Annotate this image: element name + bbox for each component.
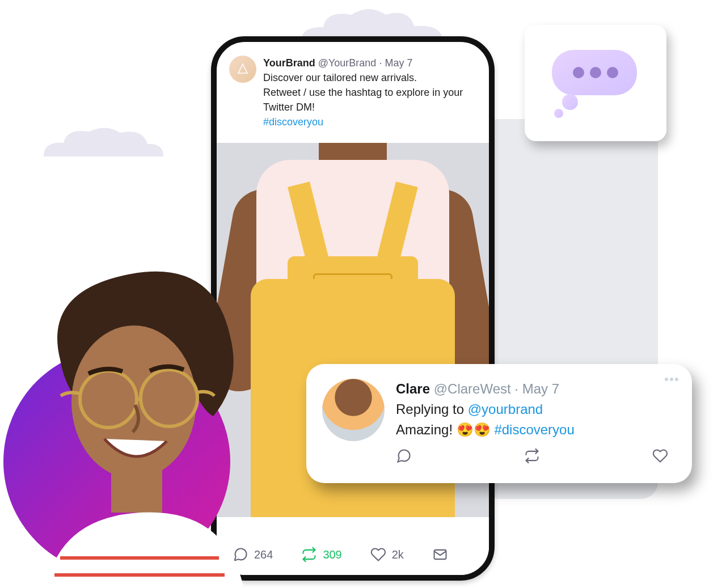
retweet-icon	[301, 547, 317, 562]
replying-to-line: Replying to @yourbrand	[396, 399, 676, 420]
svg-point-5	[554, 109, 563, 118]
dm-button[interactable]	[432, 547, 448, 562]
heart-icon	[370, 547, 386, 562]
phone-mockup: YourBrand @YourBrand · May 7 Discover ou…	[211, 36, 495, 581]
retweet-count: 309	[323, 548, 341, 561]
reply-icon[interactable]	[396, 448, 412, 464]
tweet-body-line: Retweet / use the hashtag to explore in …	[263, 85, 476, 115]
svg-point-2	[590, 67, 601, 78]
reply-tweet-card[interactable]: Clare @ClareWest · May 7 Replying to @yo…	[306, 364, 692, 483]
tweet-hashtag[interactable]: #discoveryou	[263, 116, 323, 128]
persona-photo	[3, 348, 230, 575]
reply-hashtag[interactable]: #discoveryou	[494, 422, 574, 437]
tweet-author-handle: @YourBrand	[318, 57, 377, 69]
retweet-button[interactable]: 309	[301, 547, 341, 562]
reply-author-name: Clare	[396, 381, 430, 396]
reply-author-handle: @ClareWest	[434, 381, 511, 396]
tweet-action-bar: 264 309 2k	[217, 534, 489, 575]
svg-point-1	[573, 67, 584, 78]
heart-icon[interactable]	[652, 448, 668, 464]
svg-point-3	[607, 67, 618, 78]
reply-date: May 7	[522, 381, 559, 396]
tweet-body-line: Discover our tailored new arrivals.	[263, 70, 476, 85]
tweet-header: YourBrand @YourBrand · May 7 Discover ou…	[217, 42, 489, 137]
tweet-author-line[interactable]: YourBrand @YourBrand · May 7	[263, 56, 476, 70]
svg-rect-10	[111, 467, 162, 513]
chat-bubble-card	[525, 25, 666, 141]
retweet-icon[interactable]	[524, 448, 540, 464]
tweet-date: May 7	[385, 57, 412, 69]
like-button[interactable]: 2k	[370, 547, 404, 562]
reply-author-line[interactable]: Clare @ClareWest · May 7	[396, 379, 676, 399]
reply-count: 264	[254, 548, 273, 561]
more-options-icon[interactable]	[665, 378, 678, 381]
envelope-icon	[432, 547, 448, 562]
like-count: 2k	[392, 548, 404, 561]
cloud-icon	[41, 121, 166, 161]
tweet-author-name: YourBrand	[263, 57, 315, 69]
brand-avatar[interactable]	[229, 56, 256, 83]
reply-avatar[interactable]	[322, 379, 385, 441]
replying-to-handle[interactable]: @yourbrand	[468, 401, 543, 417]
svg-point-4	[562, 94, 578, 110]
emoji: 😍😍	[457, 422, 491, 437]
speech-bubble-icon	[547, 46, 644, 120]
reply-text: Amazing! 😍😍 #discoveryou	[396, 420, 676, 440]
